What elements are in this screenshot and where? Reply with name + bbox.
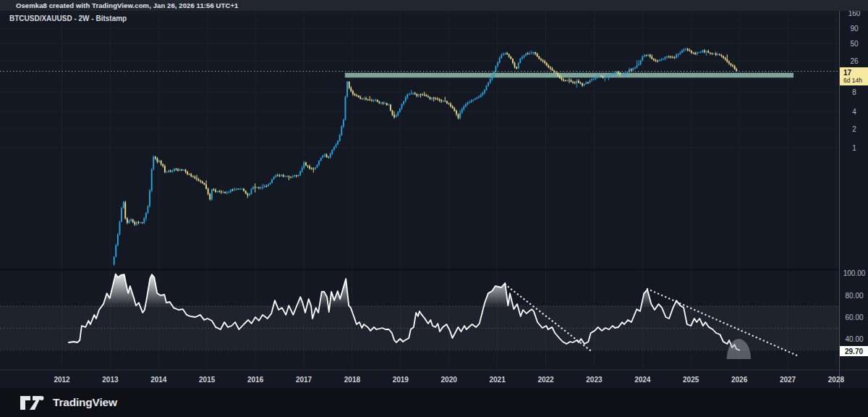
attribution-text: Osemka8 created with TradingView.com, Ja… bbox=[16, 1, 238, 9]
rsi-axis-tick: 40.00 bbox=[845, 335, 863, 343]
year-label: 2013 bbox=[102, 376, 119, 384]
price-axis-tick: 50 bbox=[850, 40, 859, 48]
year-label: 2020 bbox=[441, 376, 458, 384]
year-label: 2024 bbox=[634, 376, 651, 384]
price-axis-tick: 90 bbox=[850, 25, 859, 33]
price-axis-tick: 26 bbox=[850, 57, 859, 65]
rsi-axis-tick: 60.00 bbox=[845, 313, 863, 321]
resistance-zone bbox=[345, 73, 793, 77]
price-scale-labels: 1609050268421100.0080.0060.0040.00 bbox=[843, 9, 866, 343]
price-axis-tick: 4 bbox=[852, 108, 856, 116]
year-label: 2022 bbox=[537, 376, 554, 384]
symbol-legend[interactable]: BTCUSD/XAUUSD - 2W - Bitstamp bbox=[9, 14, 127, 22]
rsi-badge-value: 29.70 bbox=[845, 348, 863, 355]
year-label: 2021 bbox=[489, 376, 506, 384]
year-label: 2017 bbox=[296, 376, 312, 384]
year-label: 2028 bbox=[828, 376, 845, 384]
year-label: 2019 bbox=[393, 376, 409, 384]
price-badge-value: 17 bbox=[843, 69, 852, 77]
time-scale-labels: 2012201320142015201620172018201920202021… bbox=[54, 376, 844, 384]
year-label: 2015 bbox=[199, 376, 216, 384]
rsi-axis-tick: 100.00 bbox=[843, 269, 866, 277]
year-label: 2014 bbox=[150, 376, 167, 384]
year-label: 2026 bbox=[731, 376, 748, 384]
chart-canvas[interactable]: 1609050268421100.0080.0060.0040.00201220… bbox=[0, 0, 868, 388]
rsi-axis-tick: 80.00 bbox=[845, 292, 863, 300]
rsi-value-badge: 29.70 bbox=[840, 346, 868, 356]
price-badge-countdown: 6d 14h bbox=[843, 77, 862, 84]
price-axis-tick: 2 bbox=[852, 125, 856, 133]
year-label: 2025 bbox=[683, 376, 699, 384]
year-label: 2012 bbox=[54, 376, 70, 384]
year-label: 2027 bbox=[780, 376, 796, 384]
price-badge: 176d 14h bbox=[840, 67, 868, 85]
price-axis-tick: 1 bbox=[852, 144, 856, 152]
year-label: 2023 bbox=[586, 376, 603, 384]
price-axis-tick: 8 bbox=[852, 88, 856, 96]
tradingview-chart-window: Osemka8 created with TradingView.com, Ja… bbox=[0, 0, 868, 417]
footer-bar: TradingView bbox=[0, 388, 868, 417]
tradingview-logo-icon[interactable] bbox=[20, 395, 47, 410]
year-label: 2018 bbox=[344, 376, 361, 384]
year-label: 2016 bbox=[247, 376, 264, 384]
attribution-bar: Osemka8 created with TradingView.com, Ja… bbox=[0, 0, 868, 11]
footer-brand-text[interactable]: TradingView bbox=[53, 396, 117, 409]
